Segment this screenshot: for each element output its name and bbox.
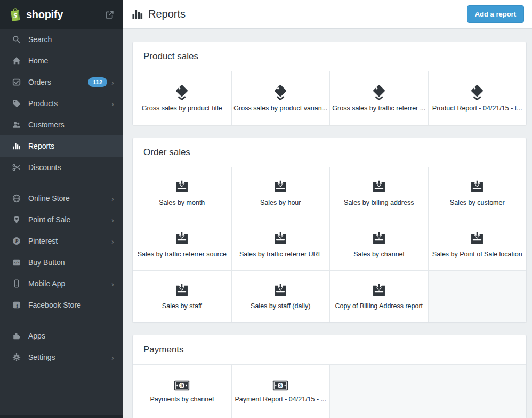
report-tile[interactable]: Sales by billing address [329,167,428,219]
bar-chart-icon [12,142,21,150]
shopify-bag-icon [9,7,22,22]
chevron-right-icon: › [111,195,114,203]
order-tray-icon [273,180,288,195]
sidebar-item-online-store[interactable]: Online Store › [0,188,123,209]
chevron-right-icon: › [111,78,114,86]
bar-chart-icon [132,9,143,20]
report-tile-label: Gross sales by traffic referrer ... [332,104,425,112]
order-tray-icon [372,231,386,246]
price-tag-icon [372,84,386,100]
report-tile-label: Sales by customer [450,199,505,206]
report-tile[interactable]: Payments by channel [133,365,231,418]
tile-row: Sales by staff Sales by staff (daily) Co… [133,270,526,322]
report-tile[interactable]: Payment Report - 04/21/15 - ... [231,365,330,418]
sidebar-item-label: Pinterest [28,237,58,245]
order-tray-icon [273,231,288,246]
facebook-icon [12,301,21,309]
sidebar-item-discounts[interactable]: Discounts [0,157,123,178]
tile-row: Gross sales by product title Gross sales… [133,71,526,125]
section-order-sales: Order sales Sales by month Sales by hour… [132,138,527,323]
page-header: Reports Add a report [123,0,532,29]
sidebar-item-search[interactable]: Search [0,29,123,50]
report-tile[interactable]: Sales by channel [329,219,428,270]
sidebar-item-apps[interactable]: Apps [0,325,123,347]
chevron-right-icon: › [111,237,114,245]
sidebar-item-buy-button[interactable]: Buy Button [0,252,123,273]
money-bill-icon [272,380,288,391]
report-tile-label: Sales by billing address [344,199,414,206]
report-tile[interactable]: Sales by traffic referrer URL [231,219,330,270]
sidebar-item-reports[interactable]: Reports [0,135,123,157]
sidebar-item-pinterest[interactable]: Pinterest › [0,230,123,252]
sidebar-group-primary: Search Home Orders 112 › Products › [0,29,123,178]
external-link-icon[interactable] [105,10,114,19]
report-tile[interactable]: Product Report - 04/21/15 - t... [428,71,527,125]
report-tile-label: Sales by month [159,199,205,206]
gear-icon [12,353,21,361]
sidebar-item-label: Buy Button [28,258,65,267]
sidebar-item-orders[interactable]: Orders 112 › [0,71,123,93]
sidebar-item-customers[interactable]: Customers [0,114,123,135]
sidebar-item-products[interactable]: Products › [0,93,123,114]
report-tile[interactable]: Sales by Point of Sale location [428,219,527,270]
report-tile-label: Sales by Point of Sale location [432,251,522,258]
report-tile[interactable]: Sales by staff [133,271,231,322]
report-tile-label: Product Report - 04/21/15 - t... [432,104,522,112]
report-tile[interactable]: Copy of Billing Address report [329,271,428,322]
sidebar-item-label: Products [28,99,58,108]
section-header: Payments [133,335,526,365]
report-tile[interactable]: Gross sales by product varian... [231,71,330,125]
order-tray-icon [174,283,189,298]
price-tag-icon [175,84,189,100]
sidebar-item-label: Facebook Store [28,301,81,309]
brand-wordmark: shopify [26,9,63,21]
report-tile-label: Gross sales by product title [142,104,222,112]
sidebar-item-settings[interactable]: Settings › [0,347,123,368]
report-tile-label: Copy of Billing Address report [335,302,423,310]
orders-count-badge: 112 [88,77,107,87]
tile-row: Sales by traffic referrer source Sales b… [133,219,526,270]
chevron-right-icon: › [111,216,114,224]
report-tile[interactable]: Sales by month [133,167,231,219]
sidebar-item-facebook-store[interactable]: Facebook Store [0,294,123,316]
add-report-button[interactable]: Add a report [467,5,524,23]
report-tile[interactable]: Sales by customer [428,167,527,219]
report-tile-label: Sales by hour [260,199,301,206]
report-tile[interactable]: Sales by staff (daily) [231,271,330,322]
code-icon [12,258,21,267]
report-tile-label: Payment Report - 04/21/15 - ... [235,396,326,403]
order-tray-icon [372,283,386,298]
price-tag-icon [470,84,484,100]
chevron-right-icon: › [111,353,114,361]
sidebar-item-label: Customers [28,120,65,129]
customers-icon [12,120,21,129]
report-tile-label: Sales by channel [353,251,404,258]
home-icon [12,57,21,65]
sidebar-item-point-of-sale[interactable]: Point of Sale › [0,209,123,230]
section-title: Order sales [143,147,515,158]
sidebar-item-label: Orders [28,78,51,86]
tile-row: Sales by month Sales by hour Sales by bi… [133,167,526,219]
sidebar-item-home[interactable]: Home [0,50,123,71]
logo-bar: shopify [0,0,123,29]
order-tray-icon [470,180,485,195]
report-tile-label: Sales by staff (daily) [251,302,310,310]
empty-tile-cell [329,365,526,418]
section-header: Order sales [133,138,526,167]
sidebar-item-label: Point of Sale [28,215,70,224]
scissors-icon [12,163,21,172]
order-tray-icon [174,231,189,246]
globe-icon [12,194,21,203]
sidebar-item-label: Search [28,35,52,44]
report-tile[interactable]: Sales by traffic referrer source [133,219,231,270]
section-title: Payments [143,344,515,355]
order-tray-icon [470,231,485,246]
report-tile[interactable]: Sales by hour [231,167,330,219]
map-pin-icon [12,215,21,224]
section-header: Product sales [133,42,526,71]
report-tile[interactable]: Gross sales by product title [133,71,231,125]
sidebar-item-mobile-app[interactable]: Mobile App › [0,273,123,294]
content-area: Product sales Gross sales by product tit… [123,29,532,418]
report-tile[interactable]: Gross sales by traffic referrer ... [329,71,428,125]
pinterest-icon [12,237,21,245]
